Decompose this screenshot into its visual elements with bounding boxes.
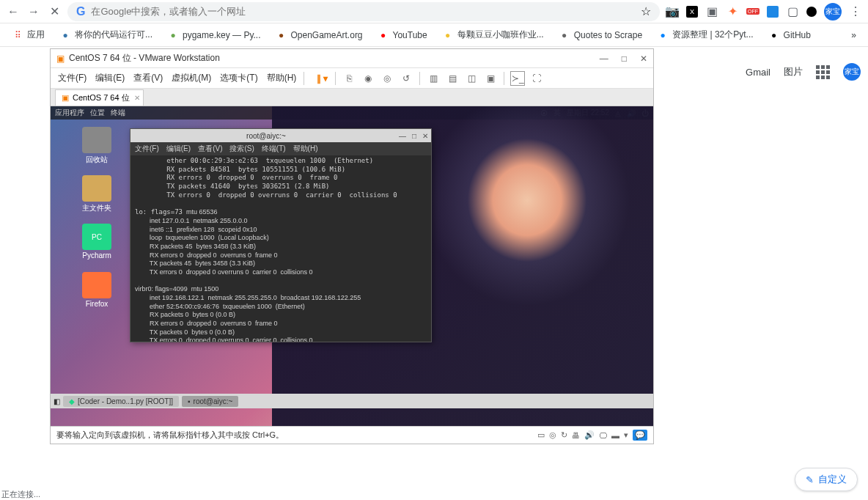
console-icon[interactable]: ≻_	[510, 71, 525, 86]
vmware-titlebar[interactable]: ▣CentOS 7 64 位 - VMware Workstation — □ …	[51, 49, 653, 68]
close-button[interactable]: ✕	[640, 54, 647, 64]
vmware-menu-item[interactable]: 选项卡(T)	[217, 70, 260, 86]
bookmarks-overflow[interactable]: »	[845, 27, 862, 43]
bookmark-item[interactable]: ●OpenGameArt.org	[270, 26, 369, 44]
bookmark-label: OpenGameArt.org	[291, 30, 363, 40]
terminal-window[interactable]: root@aiyc:~ — □ ✕ 文件(F)编辑(E)查看(V)搜索(S)终端…	[130, 128, 432, 342]
ext-icon[interactable]: X	[686, 6, 698, 18]
bookmark-item[interactable]: ●YouTube	[372, 26, 433, 44]
desktop-icon-img: PC	[82, 224, 111, 250]
vm-device-icon[interactable]: 🔊	[584, 430, 595, 440]
show-desktop-icon[interactable]: ◧	[54, 397, 60, 405]
gnome-menu-item[interactable]: 应用程序	[55, 108, 84, 118]
send-keys-icon[interactable]: ⎘	[342, 71, 356, 86]
view-icon[interactable]: ▥	[426, 71, 441, 86]
terminal-titlebar[interactable]: root@aiyc:~ — □ ✕	[130, 129, 431, 142]
revert-icon[interactable]: ↺	[399, 71, 413, 86]
camera-icon[interactable]: 📷	[666, 5, 679, 18]
extension-icons: 📷 X ▣ ✦ OFF ▢ 家宝 ⋮	[666, 3, 862, 21]
bookmark-item[interactable]: ●GitHub	[762, 26, 817, 44]
bookmark-item[interactable]: ●将你的代码运行可...	[54, 26, 158, 44]
ext-icon[interactable]: ▣	[705, 5, 718, 18]
view-icon[interactable]: ▣	[483, 71, 498, 86]
address-bar[interactable]: G ☆	[67, 2, 660, 21]
vmware-status-text: 要将输入定向到该虚拟机，请将鼠标指针移入其中或按 Ctrl+G。	[56, 430, 537, 441]
vm-device-icon[interactable]: ▾	[624, 430, 628, 440]
vm-device-icon[interactable]: ▭	[537, 430, 545, 440]
fullscreen-icon[interactable]: ⛶	[529, 71, 544, 86]
terminal-menu-item[interactable]: 编辑(E)	[166, 144, 191, 154]
gnome-menu-item[interactable]: 位置	[90, 108, 105, 118]
vm-device-icon[interactable]: ↻	[561, 430, 567, 440]
taskbar-app-pycharm[interactable]: ◆[Coder - Demo..1.py [ROOT]]	[63, 396, 179, 407]
ext-icon[interactable]: OFF	[746, 5, 760, 18]
url-input[interactable]	[91, 6, 635, 17]
vmware-menu-item[interactable]: 帮助(H)	[264, 70, 300, 86]
bookmark-item[interactable]: ⠿应用	[6, 26, 51, 44]
view-icon[interactable]: ◫	[464, 71, 479, 86]
forward-button[interactable]: →	[26, 4, 41, 19]
terminal-min-button[interactable]: —	[399, 132, 406, 140]
terminal-menu-item[interactable]: 查看(V)	[198, 144, 222, 154]
terminal-output[interactable]: ether 00:0c:29:3e:e2:63 txqueuelen 1000 …	[130, 155, 431, 342]
desktop-icon[interactable]: PCPycharm	[78, 224, 115, 260]
gnome-menu-item[interactable]: 终端	[111, 108, 125, 118]
desktop-icon[interactable]: 回收站	[78, 127, 115, 165]
guest-desktop[interactable]: 应用程序位置终端 ⦿ 英 星期日 22:52 ◬ 🔊 ⏻ 回收站主文件夹PCPy…	[51, 106, 653, 426]
power-icon[interactable]: ‖ ▾	[315, 71, 329, 86]
bookmarks-bar: ⠿应用●将你的代码运行可...●pygame.key — Py...●OpenG…	[0, 23, 868, 47]
vm-msg-icon[interactable]: 💬	[633, 430, 647, 441]
terminal-max-button[interactable]: □	[412, 132, 416, 140]
terminal-menu-item[interactable]: 文件(F)	[135, 144, 159, 154]
maximize-button[interactable]: □	[622, 54, 627, 64]
vmware-window: ▣CentOS 7 64 位 - VMware Workstation — □ …	[50, 48, 654, 444]
profile-avatar-page[interactable]: 家宝	[843, 63, 861, 81]
desktop-icon[interactable]: Firefox	[78, 272, 115, 308]
snapshot-icon[interactable]: ◉	[361, 71, 375, 86]
ext-icon[interactable]: ✦	[726, 5, 739, 18]
bookmark-item[interactable]: ●Quotes to Scrape	[553, 26, 648, 44]
vmware-statusbar: 要将输入定向到该虚拟机，请将鼠标指针移入其中或按 Ctrl+G。 ▭ ◎ ↻ 🖶…	[51, 426, 653, 444]
bookmark-item[interactable]: ●pygame.key — Py...	[161, 26, 266, 44]
vm-device-icon[interactable]: 🖶	[572, 431, 580, 440]
ext-icon[interactable]	[806, 7, 817, 17]
vm-device-icon[interactable]: ◎	[549, 430, 556, 440]
vmware-menu-item[interactable]: 文件(F)	[55, 70, 89, 86]
taskbar-app-terminal[interactable]: ▪root@aiyc:~	[182, 396, 238, 407]
desktop-icon[interactable]: 主文件夹	[78, 175, 115, 213]
gmail-link[interactable]: Gmail	[746, 67, 770, 78]
ext-icon[interactable]: ▢	[786, 5, 799, 18]
terminal-close-button[interactable]: ✕	[422, 132, 428, 140]
snapshot-mgr-icon[interactable]: ◎	[380, 71, 394, 86]
vm-tab-label: CentOS 7 64 位	[73, 92, 130, 103]
vmware-menu-item[interactable]: 虚拟机(M)	[169, 70, 214, 86]
ext-icon[interactable]	[767, 6, 779, 18]
stop-button[interactable]: ✕	[47, 4, 62, 19]
images-link[interactable]: 图片	[784, 65, 803, 78]
menu-icon[interactable]: ⋮	[849, 5, 862, 18]
customize-button[interactable]: ✎ 自定义	[795, 468, 858, 491]
minimize-button[interactable]: —	[600, 54, 608, 64]
star-icon[interactable]: ☆	[641, 4, 651, 18]
bookmark-icon: ●	[559, 29, 570, 41]
terminal-menu-item[interactable]: 帮助(H)	[293, 144, 318, 154]
back-button[interactable]: ←	[6, 4, 21, 19]
browser-status-text: 正在连接...	[1, 489, 40, 500]
close-tab-icon[interactable]: ✕	[134, 94, 140, 102]
browser-toolbar: ← → ✕ G ☆ 📷 X ▣ ✦ OFF ▢ 家宝 ⋮	[0, 0, 868, 23]
terminal-title: root@aiyc:~	[133, 132, 399, 140]
apps-icon[interactable]	[816, 65, 830, 79]
bookmark-item[interactable]: ●资源整理 | 32个Pyt...	[651, 26, 759, 44]
terminal-menu-item[interactable]: 搜索(S)	[229, 144, 254, 154]
bookmark-label: YouTube	[393, 30, 427, 40]
vm-device-icon[interactable]: 🖵	[599, 431, 607, 440]
profile-avatar[interactable]: 家宝	[824, 3, 842, 21]
terminal-menu-item[interactable]: 终端(T)	[262, 144, 286, 154]
vm-tab-centos[interactable]: ▣ CentOS 7 64 位 ✕	[55, 89, 144, 106]
vmware-menu-item[interactable]: 编辑(E)	[92, 70, 128, 86]
page-content: Gmail 图片 家宝 ▣CentOS 7 64 位 - VMware Work…	[0, 47, 868, 500]
vm-device-icon[interactable]: ▬	[611, 431, 619, 440]
view-icon[interactable]: ▤	[445, 71, 460, 86]
vmware-menu-item[interactable]: 查看(V)	[130, 70, 166, 86]
bookmark-item[interactable]: ●每颗豆豆小咖班作业...	[436, 26, 550, 44]
